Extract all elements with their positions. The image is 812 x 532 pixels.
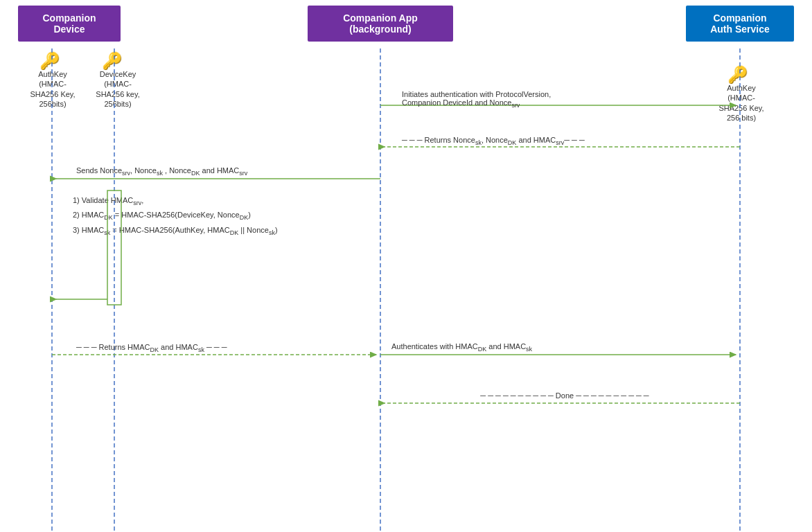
sequence-diagram: Companion Device Companion App(backgroun… bbox=[0, 0, 812, 532]
authkey-device-label: AuthKey(HMAC-SHA256 Key,256bits) bbox=[25, 69, 80, 109]
msg5-label: ─ ─ ─ Returns HMACDK and HMACsk ─ ─ ─ bbox=[76, 343, 367, 353]
actor-companion-device-label: Companion Device bbox=[43, 12, 96, 35]
actor-companion-app: Companion App(background) bbox=[308, 6, 453, 42]
msg3-label: Sends Noncesrv, Noncesk , NonceDK and HM… bbox=[76, 166, 374, 177]
msg2-label: ─ ─ ─ Returns Noncesk, NonceDK and HMACs… bbox=[402, 136, 707, 146]
msg6-label: Authenticates with HMACDK and HMACsk bbox=[391, 342, 703, 353]
devicekey-icon: 🔑 bbox=[102, 51, 123, 71]
actor-companion-auth: CompanionAuth Service bbox=[686, 6, 794, 42]
computation-line2: 2) HMACDK = HMAC-SHA256(DeviceKey, Nonce… bbox=[73, 209, 364, 223]
computation-line3: 3) HMACsk = HMAC-SHA256(AuthKey, HMACDK … bbox=[73, 224, 364, 238]
computation-box: 1) Validate HMACsrv, 2) HMACDK = HMAC-SH… bbox=[73, 194, 364, 238]
msg7-label: ─ ─ ─ ─ ─ ─ ─ ─ ─ ─ Done ─ ─ ─ ─ ─ ─ ─ ─… bbox=[416, 391, 714, 400]
actor-companion-auth-label: CompanionAuth Service bbox=[710, 12, 770, 35]
computation-line1: 1) Validate HMACsrv, bbox=[73, 194, 364, 209]
authkey-auth-icon: 🔑 bbox=[727, 65, 748, 85]
authkey-device-icon: 🔑 bbox=[39, 51, 60, 71]
actor-companion-device: Companion Device bbox=[18, 6, 121, 42]
devicekey-label: DeviceKey(HMAC-SHA256 key,256bits) bbox=[90, 69, 145, 109]
authkey-auth-label: AuthKey(HMAC-SHA256 Key,256 bits) bbox=[712, 83, 770, 123]
actor-companion-app-label: Companion App(background) bbox=[343, 12, 418, 35]
msg1-label: Initiates authentication with ProtocolVe… bbox=[402, 90, 707, 109]
